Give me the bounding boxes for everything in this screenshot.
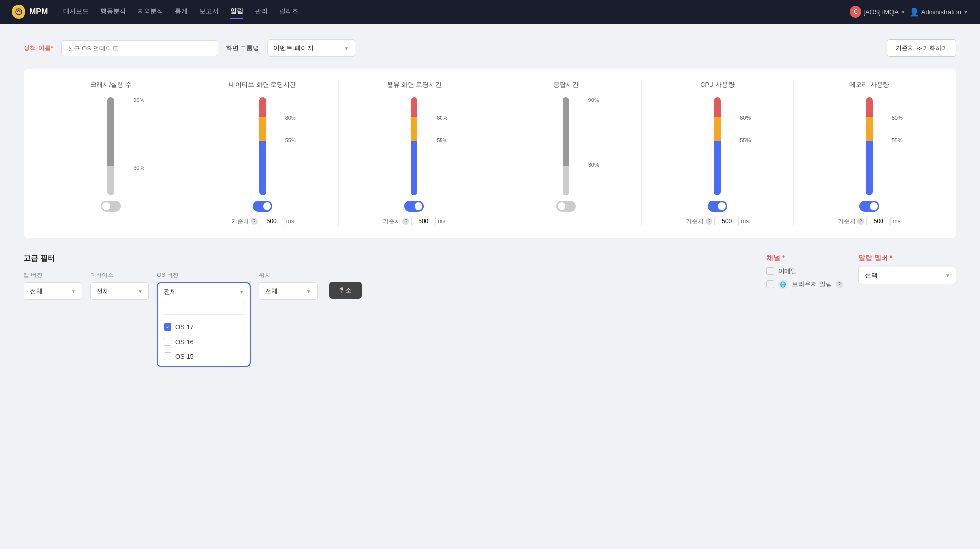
filter-chevron-app: ▼ [71, 289, 76, 294]
browser-label: 브라우저 알림 [792, 280, 832, 289]
os-search-input[interactable] [163, 303, 245, 315]
browser-checkbox[interactable] [766, 280, 774, 288]
policy-name-input[interactable] [61, 40, 218, 56]
toggle-webview[interactable] [404, 201, 424, 212]
advanced-filter-title: 고급 필터 [24, 254, 751, 263]
filter-select-app[interactable]: 전체 ▼ [24, 282, 82, 300]
channel-browser: 🌐 브라우저 알림 ? [766, 279, 843, 289]
filter-chevron-device: ▼ [138, 289, 143, 294]
nav-item-alarm[interactable]: 알림 [230, 5, 243, 19]
screen-group-select[interactable]: 이벤트 페이지 ▼ [267, 39, 355, 57]
email-checkbox[interactable] [766, 267, 774, 275]
bar-red-6 [866, 97, 873, 117]
nav-item-manage[interactable]: 관리 [255, 5, 268, 19]
baseline-input-native[interactable] [260, 216, 284, 226]
toggle-crash[interactable] [101, 201, 121, 212]
toggle-row-native [253, 201, 272, 212]
filter-select-device[interactable]: 전체 ▼ [90, 282, 149, 300]
os-option-17[interactable]: OS 17 [158, 320, 250, 334]
bar-label-55: 55% [285, 137, 296, 143]
metric-crash-title: 크래시/실행 수 [90, 80, 132, 89]
baseline-row-memory: 기준치 ? ms [838, 216, 901, 226]
bar-blue-5 [714, 141, 721, 195]
baseline-label-cpu: 기준치 [686, 217, 704, 225]
bar-label-90-4: 90% [588, 97, 599, 103]
baseline-unit-cpu: ms [741, 218, 749, 225]
baseline-unit-webview: ms [438, 218, 445, 225]
nav-item-behavior[interactable]: 행동분석 [100, 5, 126, 19]
os-checkbox-15[interactable] [164, 352, 172, 360]
baseline-label-native: 기준치 [231, 217, 249, 225]
advanced-filter-section: 고급 필터 앱 버전 전체 ▼ 디바이스 전체 ▼ [24, 254, 751, 367]
nav-admin[interactable]: 👤 Administration ▼ [909, 7, 968, 17]
filter-group-app: 앱 버전 전체 ▼ [24, 271, 82, 300]
metric-native-load: 네이티브 화면 로딩시간 80% 55% 기준치 ? ms [187, 80, 339, 226]
os-version-dropdown[interactable]: 전체 ▼ OS 17 [157, 282, 251, 367]
browser-help-icon[interactable]: ? [836, 281, 843, 288]
baseline-input-webview[interactable] [411, 216, 436, 226]
nav-item-region[interactable]: 지역분석 [138, 5, 163, 19]
logo-icon [12, 5, 25, 19]
baseline-help-memory[interactable]: ? [858, 218, 864, 225]
bar-fill-top [107, 97, 114, 166]
nav-item-stats[interactable]: 통계 [175, 5, 188, 19]
os-option-15[interactable]: OS 15 [158, 349, 250, 364]
filter-select-location[interactable]: 전체 ▼ [259, 282, 318, 300]
metric-cpu-title: CPU 사용량 [700, 80, 735, 89]
filter-group-location: 위치 전체 ▼ [259, 271, 318, 300]
bar-label-80: 80% [285, 115, 296, 121]
alarm-member-select[interactable]: 선택 ▼ [858, 267, 956, 284]
bar-label-55-3: 55% [437, 137, 447, 143]
bar-label-80-6: 80% [892, 115, 903, 121]
baseline-input-cpu[interactable] [714, 216, 739, 226]
toggle-row-memory [859, 201, 879, 212]
metric-native-load-title: 네이티브 화면 로딩시간 [229, 80, 296, 89]
baseline-help-cpu[interactable]: ? [706, 218, 712, 225]
nav-env[interactable]: C [AOS] IMQA ▼ [850, 6, 905, 18]
toggle-native[interactable] [253, 201, 272, 212]
metric-response: 응답시간 90% 30% [490, 80, 642, 226]
filter-label-os: OS 버전 [157, 271, 251, 279]
os-checkbox-16[interactable] [164, 338, 172, 346]
baseline-help-webview[interactable]: ? [402, 218, 409, 225]
toggle-response[interactable] [556, 201, 576, 212]
bar-orange-5 [714, 117, 721, 141]
baseline-label-memory: 기준치 [838, 217, 856, 225]
bar-orange-6 [866, 117, 873, 141]
reset-button[interactable]: 기준치 초기화하기 [887, 39, 956, 57]
admin-user-icon: 👤 [909, 7, 919, 17]
os-dropdown-trigger[interactable]: 전체 ▼ [158, 283, 250, 300]
toggle-memory[interactable] [859, 201, 879, 212]
env-badge: C [850, 6, 861, 18]
nav-item-dashboard[interactable]: 대시보드 [63, 5, 89, 19]
bar-label-80-5: 80% [740, 115, 751, 121]
metric-native-bar: 80% 55% [248, 97, 277, 195]
bar-blue [259, 141, 266, 195]
policy-name-label: 정책 이름* [24, 44, 53, 52]
bar-orange [259, 117, 266, 141]
metric-cpu-bar: 80% 55% [703, 97, 732, 195]
os-checkbox-17[interactable] [164, 323, 172, 331]
confirm-button[interactable]: 취소 [329, 282, 362, 299]
filter-chevron-location: ▼ [306, 289, 311, 294]
logo-text: MPM [29, 7, 48, 16]
toggle-row-webview [404, 201, 424, 212]
os-option-16[interactable]: OS 16 [158, 334, 250, 349]
baseline-input-memory[interactable] [866, 216, 891, 226]
nav-item-release[interactable]: 릴리즈 [279, 5, 298, 19]
metric-cpu: CPU 사용량 80% 55% 기준치 ? ms [642, 80, 794, 226]
baseline-help-native[interactable]: ? [251, 218, 258, 225]
bar-orange-3 [411, 117, 417, 141]
metric-webview-load: 웹뷰 화면 로딩시간 80% 55% 기준치 ? ms [339, 80, 490, 226]
bar-blue-3 [411, 141, 417, 195]
alarm-member-chevron-icon: ▼ [945, 273, 950, 278]
metric-response-bar: 90% 30% [551, 97, 581, 195]
filter-row: 앱 버전 전체 ▼ 디바이스 전체 ▼ OS 버전 [24, 271, 751, 367]
logo: MPM [12, 5, 48, 19]
toggle-row-response [556, 201, 576, 212]
os-chevron-icon: ▼ [239, 289, 244, 295]
toggle-cpu[interactable] [708, 201, 727, 212]
nav-item-report[interactable]: 보고서 [199, 5, 219, 19]
metric-memory-bar: 80% 55% [855, 97, 884, 195]
baseline-row-native: 기준치 ? ms [231, 216, 294, 226]
